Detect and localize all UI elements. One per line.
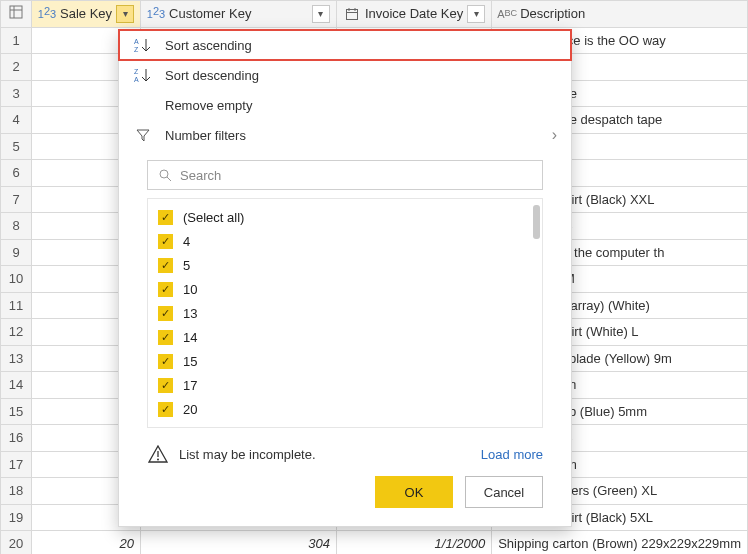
checkbox-checked-icon[interactable]: ✓	[158, 354, 173, 369]
sort-ascending-item[interactable]: AZ Sort ascending	[119, 30, 571, 60]
menu-label: Sort descending	[165, 68, 259, 83]
svg-point-18	[157, 459, 159, 461]
table-icon	[7, 5, 25, 19]
row-number[interactable]: 13	[1, 345, 32, 372]
filter-value-label: 5	[183, 258, 190, 273]
svg-text:Z: Z	[134, 68, 139, 75]
cell-sale-key[interactable]: 20	[32, 531, 141, 555]
number-filters-item[interactable]: Number filters ›	[119, 120, 571, 150]
checkbox-checked-icon[interactable]: ✓	[158, 282, 173, 297]
filter-value-label: 17	[183, 378, 197, 393]
filter-value-label: 10	[183, 282, 197, 297]
filter-values-list[interactable]: ✓(Select all)✓4✓5✓10✓13✓14✓15✓17✓20	[147, 198, 543, 428]
warning-icon	[147, 444, 169, 464]
row-number[interactable]: 3	[1, 80, 32, 107]
sort-desc-icon: ZA	[133, 67, 153, 83]
svg-text:Z: Z	[134, 46, 139, 53]
number-type-icon: 123	[38, 8, 56, 20]
scrollbar-thumb[interactable]	[533, 205, 540, 239]
filter-value-item[interactable]: ✓10	[148, 277, 542, 301]
column-title: Invoice Date Key	[365, 6, 463, 21]
cell-invoice-date[interactable]: 1/1/2000	[336, 531, 491, 555]
checkbox-checked-icon[interactable]: ✓	[158, 210, 173, 225]
row-number[interactable]: 6	[1, 160, 32, 187]
row-number[interactable]: 1	[1, 27, 32, 54]
filter-dropdown-toggle[interactable]: ▾	[312, 5, 330, 23]
filter-value-label: 14	[183, 330, 197, 345]
remove-empty-item[interactable]: Remove empty	[119, 90, 571, 120]
menu-label: Sort ascending	[165, 38, 252, 53]
search-placeholder: Search	[180, 168, 221, 183]
row-number[interactable]: 5	[1, 133, 32, 160]
row-number[interactable]: 17	[1, 451, 32, 478]
row-number[interactable]: 18	[1, 478, 32, 505]
sort-descending-item[interactable]: ZA Sort descending	[119, 60, 571, 90]
column-header-description[interactable]: ABC Description	[492, 1, 748, 28]
menu-label: Number filters	[165, 128, 246, 143]
calendar-icon	[343, 7, 361, 21]
filter-value-item[interactable]: ✓17	[148, 373, 542, 397]
row-number[interactable]: 12	[1, 319, 32, 346]
row-number[interactable]: 20	[1, 531, 32, 555]
svg-line-15	[167, 177, 171, 181]
incomplete-notice: List may be incomplete. Load more	[119, 434, 571, 476]
cell-description[interactable]: Shipping carton (Brown) 229x229x229mm	[492, 531, 748, 555]
column-header-sale-key[interactable]: 123 Sale Key ▾	[32, 1, 141, 28]
ok-button[interactable]: OK	[375, 476, 453, 508]
svg-rect-0	[10, 6, 22, 18]
svg-rect-3	[346, 9, 357, 19]
column-title: Description	[520, 6, 741, 21]
search-icon	[158, 168, 172, 182]
svg-point-14	[160, 170, 168, 178]
filter-dropdown-toggle[interactable]: ▾	[467, 5, 485, 23]
checkbox-checked-icon[interactable]: ✓	[158, 378, 173, 393]
load-more-link[interactable]: Load more	[481, 447, 543, 462]
filter-value-label: 15	[183, 354, 197, 369]
svg-text:A: A	[134, 38, 139, 45]
filter-value-item[interactable]: ✓13	[148, 301, 542, 325]
chevron-right-icon: ›	[552, 126, 557, 144]
text-type-icon: ABC	[498, 8, 516, 20]
filter-value-label: 20	[183, 402, 197, 417]
row-number[interactable]: 14	[1, 372, 32, 399]
sort-asc-icon: AZ	[133, 37, 153, 53]
filter-search-input[interactable]: Search	[147, 160, 543, 190]
cancel-button[interactable]: Cancel	[465, 476, 543, 508]
table-corner[interactable]	[1, 1, 32, 28]
svg-text:A: A	[134, 76, 139, 83]
row-number[interactable]: 10	[1, 266, 32, 293]
checkbox-checked-icon[interactable]: ✓	[158, 258, 173, 273]
column-header-invoice-date-key[interactable]: Invoice Date Key ▾	[336, 1, 491, 28]
filter-value-label: 4	[183, 234, 190, 249]
filter-value-item[interactable]: ✓20	[148, 397, 542, 421]
column-title: Sale Key	[60, 6, 112, 21]
row-number[interactable]: 11	[1, 292, 32, 319]
checkbox-checked-icon[interactable]: ✓	[158, 402, 173, 417]
row-number[interactable]: 7	[1, 186, 32, 213]
filter-value-item[interactable]: ✓4	[148, 229, 542, 253]
checkbox-checked-icon[interactable]: ✓	[158, 234, 173, 249]
row-number[interactable]: 4	[1, 107, 32, 134]
row-number[interactable]: 15	[1, 398, 32, 425]
checkbox-checked-icon[interactable]: ✓	[158, 330, 173, 345]
cell-customer-key[interactable]: 304	[141, 531, 337, 555]
filter-value-label: 13	[183, 306, 197, 321]
filter-value-item[interactable]: ✓(Select all)	[148, 205, 542, 229]
row-number[interactable]: 2	[1, 54, 32, 81]
filter-value-item[interactable]: ✓15	[148, 349, 542, 373]
filter-value-item[interactable]: ✓14	[148, 325, 542, 349]
checkbox-checked-icon[interactable]: ✓	[158, 306, 173, 321]
menu-label: Remove empty	[165, 98, 252, 113]
row-number[interactable]: 19	[1, 504, 32, 531]
column-title: Customer Key	[169, 6, 308, 21]
filter-icon	[133, 127, 153, 143]
table-row[interactable]: 20203041/1/2000Shipping carton (Brown) 2…	[1, 531, 748, 555]
row-number[interactable]: 16	[1, 425, 32, 452]
row-number[interactable]: 9	[1, 239, 32, 266]
filter-value-item[interactable]: ✓5	[148, 253, 542, 277]
column-header-customer-key[interactable]: 123 Customer Key ▾	[141, 1, 337, 28]
svg-marker-13	[137, 130, 149, 141]
filter-dropdown-toggle[interactable]: ▾	[116, 5, 134, 23]
row-number[interactable]: 8	[1, 213, 32, 240]
filter-value-label: (Select all)	[183, 210, 244, 225]
